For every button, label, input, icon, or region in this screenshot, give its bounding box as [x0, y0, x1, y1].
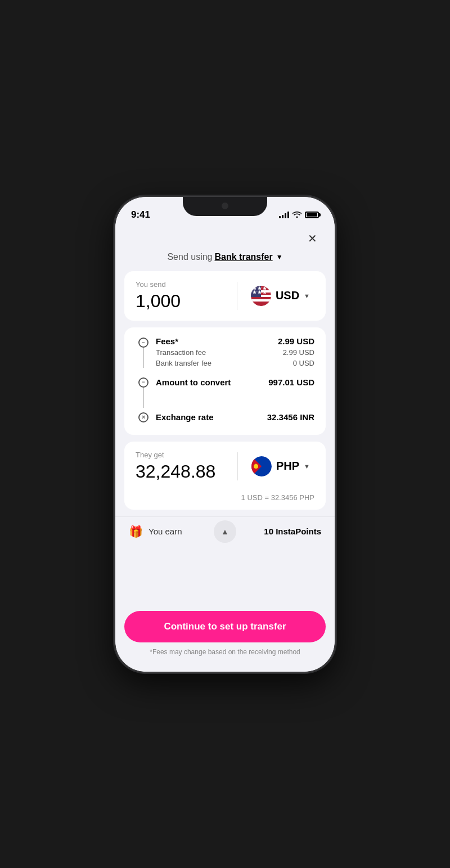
- notch: [183, 197, 267, 216]
- convert-title: Amount to convert: [156, 377, 231, 387]
- earn-banner: 🎁 You earn ▲ 10 InstaPoints: [115, 516, 335, 546]
- exchange-note: 1 USD = 32.3456 PHP: [124, 491, 326, 510]
- status-time: 9:41: [131, 209, 150, 221]
- they-get-label: They get: [136, 451, 228, 459]
- exchange-timeline-icon: ✕: [138, 412, 148, 422]
- convert-amount: 997.01 USD: [268, 377, 314, 387]
- continue-button[interactable]: Continue to set up transfer: [124, 611, 326, 642]
- php-flag: [251, 456, 272, 476]
- fees-total: 2.99 USD: [278, 336, 314, 346]
- svg-rect-3: [251, 299, 271, 302]
- earn-points: 10 InstaPoints: [264, 527, 321, 536]
- fees-row: − Fees* 2.99 USD Transaction fee 2.99 US…: [136, 336, 314, 373]
- bank-fee-label: Bank transfer fee: [156, 359, 212, 367]
- they-get-section: They get 32,248.88: [136, 451, 228, 482]
- convert-timeline-icon: =: [138, 377, 148, 388]
- fees-title: Fees*: [156, 336, 178, 346]
- fees-card: − Fees* 2.99 USD Transaction fee 2.99 US…: [124, 327, 326, 435]
- exchange-rate-row: ✕ Exchange rate 32.3456 INR: [136, 411, 314, 422]
- battery-icon: [305, 212, 319, 218]
- exchange-rate-value: 32.3456 INR: [267, 412, 314, 422]
- you-send-card: You send 1,000: [124, 271, 326, 321]
- fees-timeline-icon: −: [138, 338, 148, 348]
- send-currency-code: USD: [276, 289, 299, 302]
- signal-icon: [279, 212, 289, 218]
- send-currency-selector[interactable]: ★★★ ★★★ USD ▼: [246, 284, 314, 308]
- camera: [222, 203, 228, 209]
- receive-currency-code: PHP: [276, 460, 299, 473]
- you-send-label: You send: [136, 280, 228, 289]
- receive-currency-selector[interactable]: PHP ▼: [247, 454, 314, 479]
- bank-transfer-fee-row: Bank transfer fee 0 USD: [156, 359, 314, 367]
- chevron-down-icon: ▼: [276, 253, 283, 261]
- currency-caret-icon: ▼: [304, 293, 310, 299]
- transaction-fee-label: Transaction fee: [156, 348, 206, 357]
- vertical-divider-2: [237, 452, 238, 480]
- you-send-section: You send 1,000: [136, 280, 228, 312]
- send-using-row[interactable]: Send using Bank transfer ▼: [115, 248, 335, 271]
- they-get-amount: 32,248.88: [136, 461, 228, 482]
- svg-text:★★★: ★★★: [252, 286, 267, 291]
- earn-label: You earn: [148, 527, 182, 536]
- status-icons: [279, 210, 319, 219]
- transaction-fee-amount: 2.99 USD: [283, 348, 314, 357]
- bottom-area: Continue to set up transfer *Fees may ch…: [115, 602, 335, 672]
- vertical-divider: [237, 282, 237, 310]
- transaction-fee-row: Transaction fee 2.99 USD: [156, 348, 314, 357]
- disclaimer-text: *Fees may change based on the receiving …: [124, 648, 326, 667]
- main-content: ✕ Send using Bank transfer ▼ You send 1,…: [115, 225, 335, 602]
- gift-icon: 🎁: [129, 525, 143, 538]
- receive-currency-caret-icon: ▼: [304, 463, 310, 470]
- spacer: [115, 546, 335, 602]
- close-button[interactable]: ✕: [303, 230, 321, 248]
- they-get-card: They get 32,248.88: [124, 442, 326, 510]
- chevron-up-button[interactable]: ▲: [214, 520, 236, 543]
- exchange-rate-title: Exchange rate: [156, 412, 214, 422]
- wifi-icon: [292, 210, 302, 219]
- usd-flag: ★★★ ★★★: [251, 286, 271, 306]
- bank-fee-amount: 0 USD: [293, 359, 314, 367]
- send-using-method: Bank transfer: [215, 252, 273, 262]
- svg-point-8: [254, 464, 258, 469]
- you-send-amount[interactable]: 1,000: [136, 291, 228, 312]
- send-using-prefix: Send using: [167, 252, 212, 262]
- amount-convert-row: = Amount to convert 997.01 USD: [136, 376, 314, 408]
